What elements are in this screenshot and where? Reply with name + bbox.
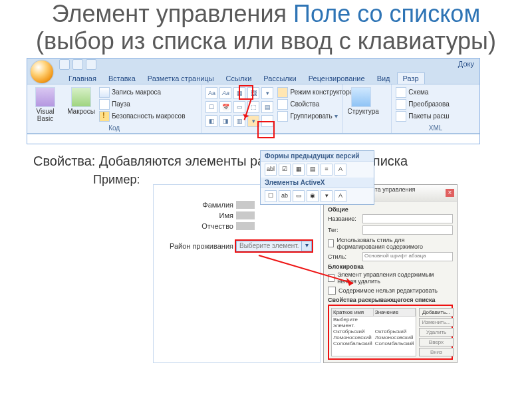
save-icon bbox=[59, 59, 70, 70]
tab-developer[interactable]: Разр bbox=[397, 72, 425, 84]
structure-button[interactable]: Структура bbox=[347, 87, 375, 115]
redo-icon bbox=[86, 59, 96, 70]
ribbon-group-xml: Схема Преобразова Пакеты расш XML bbox=[392, 84, 479, 133]
label-lastname: Фамилия bbox=[160, 201, 233, 209]
field-firstname[interactable] bbox=[236, 211, 255, 219]
design-mode-button[interactable]: Режим конструктора bbox=[277, 87, 353, 98]
checkbox-lock-edit[interactable] bbox=[328, 287, 336, 295]
properties-icon bbox=[277, 99, 288, 110]
label-tag: Тег: bbox=[328, 227, 360, 233]
tab-view[interactable]: Вид bbox=[372, 73, 396, 84]
flyout-header-activex: Элементы ActiveX bbox=[261, 178, 374, 188]
legacy-forms-row[interactable]: abl☑▦▤≡A bbox=[261, 162, 374, 178]
label-region: Район проживания bbox=[160, 242, 233, 250]
window-title-fragment: Доку bbox=[458, 60, 474, 68]
label-firstname: Имя bbox=[160, 211, 233, 219]
title-accent: Поле со списком bbox=[293, 0, 480, 27]
tab-home[interactable]: Главная bbox=[63, 73, 102, 84]
section-general: Общие bbox=[328, 206, 453, 213]
label-midname: Отчество bbox=[160, 222, 233, 230]
tab-insert[interactable]: Вставка bbox=[103, 73, 141, 84]
combo-placeholder: Выберите элемент. bbox=[237, 241, 301, 250]
schema-button[interactable]: Схема bbox=[396, 87, 475, 98]
content-control-properties-dialog: Свойства элемента управления содержимым … bbox=[323, 184, 458, 363]
select-style[interactable]: Основной шрифт абзаца bbox=[362, 252, 453, 261]
tab-review[interactable]: Рецензирование bbox=[303, 73, 370, 84]
visual-basic-button[interactable]: Visual Basic bbox=[31, 87, 59, 123]
chevron-down-icon[interactable]: ▾ bbox=[301, 241, 311, 251]
undo-icon bbox=[72, 59, 83, 70]
annotation-highlight-1 bbox=[239, 85, 253, 100]
transform-icon bbox=[396, 99, 406, 110]
macros-button[interactable]: Макросы bbox=[67, 87, 95, 123]
dropdown-list-editor: Краткое имяЗначение Выберите элемент. Ок… bbox=[328, 305, 453, 360]
macro-security-button[interactable]: Безопасность макросов bbox=[99, 111, 186, 122]
dropdown-items-table[interactable]: Краткое имяЗначение Выберите элемент. Ок… bbox=[331, 308, 416, 356]
close-icon[interactable]: × bbox=[446, 189, 454, 197]
record-macro-button[interactable]: Запись макроса bbox=[99, 87, 186, 98]
edit-item-button[interactable]: Изменить... bbox=[419, 318, 454, 327]
ruler-pencil-icon bbox=[277, 87, 288, 98]
activex-row[interactable]: ☐ab▭◉▾A bbox=[261, 188, 374, 204]
tab-mailings[interactable]: Рассылки bbox=[258, 73, 301, 84]
input-tag[interactable] bbox=[362, 225, 453, 235]
legacy-tools-flyout: Формы предыдущих версий abl☑▦▤≡A Элемент… bbox=[260, 150, 374, 205]
delete-item-button[interactable]: Удалить bbox=[419, 328, 454, 336]
section-dropdown-props: Свойства раскрывающегося списка bbox=[328, 297, 453, 303]
tab-references[interactable]: Ссылки bbox=[221, 73, 257, 84]
section-lock: Блокировка bbox=[328, 263, 453, 270]
checkbox-lock-delete[interactable] bbox=[328, 274, 334, 282]
ribbon-group-code: Visual Basic Макросы Запись макроса Пауз… bbox=[27, 84, 201, 133]
tab-page-layout[interactable]: Разметка страницы bbox=[142, 73, 219, 84]
move-up-button[interactable]: Вверх bbox=[419, 338, 454, 346]
group-icon bbox=[277, 111, 288, 122]
warning-icon bbox=[99, 111, 110, 122]
ribbon-group-structure: Структура bbox=[343, 84, 392, 133]
label-name: Название: bbox=[328, 215, 360, 222]
checkbox-use-style[interactable] bbox=[328, 239, 334, 247]
annotation-highlight-2 bbox=[257, 121, 275, 138]
field-lastname[interactable] bbox=[236, 201, 255, 209]
label-style: Стиль: bbox=[328, 253, 360, 260]
move-down-button[interactable]: Вниз bbox=[419, 348, 454, 356]
packs-icon bbox=[396, 111, 406, 122]
properties-button[interactable]: Свойства bbox=[277, 99, 353, 110]
group-button[interactable]: Группировать ▾ bbox=[277, 111, 353, 122]
combo-region[interactable]: Выберите элемент. ▾ bbox=[236, 241, 312, 251]
word-ribbon-screenshot: Доку Главная Вставка Разметка страницы С… bbox=[27, 58, 480, 144]
slide-title: Элемент управления Поле со списком (выбо… bbox=[0, 0, 532, 58]
transform-button[interactable]: Преобразова bbox=[396, 99, 475, 110]
document-sample: Фамилия Имя Отчество Район проживания Вы… bbox=[153, 184, 321, 363]
expansion-packs-button[interactable]: Пакеты расш bbox=[396, 111, 475, 122]
schema-icon bbox=[396, 87, 406, 98]
quick-access-toolbar[interactable] bbox=[59, 59, 96, 70]
horizontal-ruler bbox=[27, 134, 479, 144]
field-midname[interactable] bbox=[236, 222, 255, 230]
input-name[interactable] bbox=[362, 214, 453, 223]
ribbon-tabstrip: Главная Вставка Разметка страницы Ссылки… bbox=[27, 70, 479, 84]
flyout-header-legacy: Формы предыдущих версий bbox=[261, 151, 374, 162]
add-item-button[interactable]: Добавить... bbox=[419, 308, 454, 317]
pause-macro-button[interactable]: Пауза bbox=[99, 99, 186, 110]
office-button-icon[interactable] bbox=[31, 61, 53, 83]
